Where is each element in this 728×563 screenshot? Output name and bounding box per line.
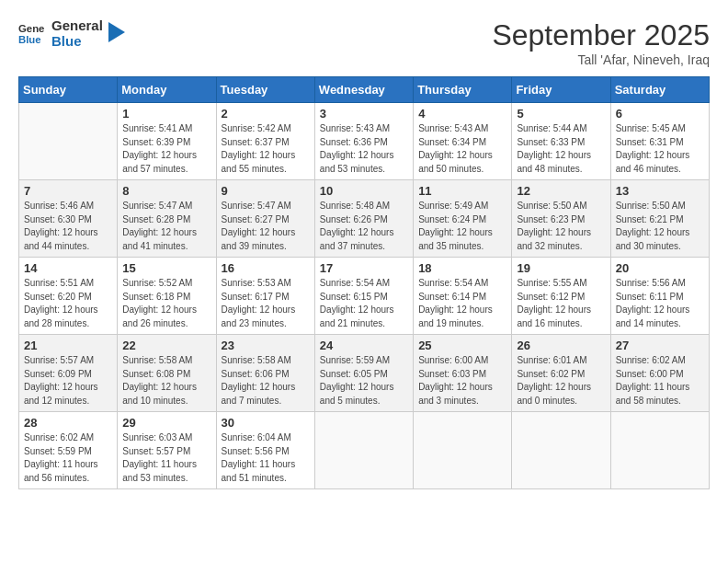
calendar-week-row: 21Sunrise: 5:57 AM Sunset: 6:09 PM Dayli… [19, 335, 710, 412]
calendar-day-cell [414, 412, 512, 489]
day-number: 3 [320, 107, 408, 121]
day-number: 11 [418, 184, 506, 198]
calendar-week-row: 7Sunrise: 5:46 AM Sunset: 6:30 PM Daylig… [19, 180, 710, 258]
weekday-header-row: SundayMondayTuesdayWednesdayThursdayFrid… [19, 77, 710, 103]
calendar-day-cell: 26Sunrise: 6:01 AM Sunset: 6:02 PM Dayli… [512, 335, 610, 412]
day-number: 16 [222, 261, 310, 275]
calendar-day-cell: 13Sunrise: 5:50 AM Sunset: 6:21 PM Dayli… [610, 180, 709, 258]
day-number: 23 [222, 339, 310, 352]
calendar-day-cell [512, 412, 610, 489]
logo-line1: General [51, 18, 103, 34]
calendar-day-cell: 14Sunrise: 5:51 AM Sunset: 6:20 PM Dayli… [19, 258, 118, 335]
calendar-day-cell: 8Sunrise: 5:47 AM Sunset: 6:28 PM Daylig… [118, 180, 216, 258]
day-info: Sunrise: 5:59 AM Sunset: 6:05 PM Dayligh… [320, 354, 408, 408]
day-info: Sunrise: 5:43 AM Sunset: 6:36 PM Dayligh… [320, 122, 408, 176]
day-info: Sunrise: 6:03 AM Sunset: 5:57 PM Dayligh… [122, 431, 210, 485]
calendar-day-cell: 19Sunrise: 5:55 AM Sunset: 6:12 PM Dayli… [512, 258, 610, 335]
day-info: Sunrise: 5:58 AM Sunset: 6:06 PM Dayligh… [222, 354, 310, 408]
day-info: Sunrise: 5:58 AM Sunset: 6:08 PM Dayligh… [122, 354, 210, 408]
day-number: 10 [320, 184, 408, 198]
day-info: Sunrise: 5:53 AM Sunset: 6:17 PM Dayligh… [222, 277, 310, 330]
day-info: Sunrise: 5:52 AM Sunset: 6:18 PM Dayligh… [122, 277, 210, 330]
weekday-header-saturday: Saturday [610, 77, 709, 103]
calendar-day-cell: 12Sunrise: 5:50 AM Sunset: 6:23 PM Dayli… [512, 180, 610, 258]
day-number: 8 [122, 184, 210, 198]
day-info: Sunrise: 5:54 AM Sunset: 6:14 PM Dayligh… [418, 277, 506, 330]
calendar-day-cell: 22Sunrise: 5:58 AM Sunset: 6:08 PM Dayli… [118, 335, 216, 412]
day-number: 20 [616, 261, 704, 275]
day-number: 5 [517, 107, 605, 121]
calendar-day-cell: 17Sunrise: 5:54 AM Sunset: 6:15 PM Dayli… [314, 258, 413, 335]
calendar-week-row: 14Sunrise: 5:51 AM Sunset: 6:20 PM Dayli… [19, 258, 710, 335]
weekday-header-tuesday: Tuesday [216, 77, 314, 103]
day-info: Sunrise: 5:50 AM Sunset: 6:23 PM Dayligh… [517, 200, 605, 253]
calendar-day-cell: 30Sunrise: 6:04 AM Sunset: 5:56 PM Dayli… [216, 412, 314, 489]
calendar-day-cell: 20Sunrise: 5:56 AM Sunset: 6:11 PM Dayli… [610, 258, 709, 335]
day-info: Sunrise: 5:47 AM Sunset: 6:27 PM Dayligh… [222, 200, 310, 253]
day-info: Sunrise: 5:57 AM Sunset: 6:09 PM Dayligh… [24, 354, 112, 408]
calendar-day-cell: 21Sunrise: 5:57 AM Sunset: 6:09 PM Dayli… [19, 335, 118, 412]
calendar-day-cell [610, 412, 709, 489]
calendar-day-cell: 16Sunrise: 5:53 AM Sunset: 6:17 PM Dayli… [216, 258, 314, 335]
day-info: Sunrise: 5:49 AM Sunset: 6:24 PM Dayligh… [418, 200, 506, 253]
day-number: 28 [24, 416, 112, 430]
day-info: Sunrise: 5:45 AM Sunset: 6:31 PM Dayligh… [616, 122, 704, 176]
logo-arrow-icon [108, 22, 125, 42]
day-info: Sunrise: 6:02 AM Sunset: 5:59 PM Dayligh… [24, 431, 112, 485]
day-number: 26 [517, 339, 605, 352]
logo-line2: Blue [51, 34, 103, 50]
day-info: Sunrise: 6:01 AM Sunset: 6:02 PM Dayligh… [517, 354, 605, 408]
calendar-day-cell: 3Sunrise: 5:43 AM Sunset: 6:36 PM Daylig… [314, 103, 413, 180]
calendar-day-cell: 10Sunrise: 5:48 AM Sunset: 6:26 PM Dayli… [314, 180, 413, 258]
day-number: 19 [517, 261, 605, 275]
svg-marker-3 [108, 22, 125, 42]
calendar-day-cell: 2Sunrise: 5:42 AM Sunset: 6:37 PM Daylig… [216, 103, 314, 180]
day-number: 9 [222, 184, 310, 198]
day-number: 12 [517, 184, 605, 198]
day-info: Sunrise: 6:00 AM Sunset: 6:03 PM Dayligh… [418, 354, 506, 408]
day-info: Sunrise: 5:42 AM Sunset: 6:37 PM Dayligh… [222, 122, 310, 176]
calendar-day-cell: 6Sunrise: 5:45 AM Sunset: 6:31 PM Daylig… [610, 103, 709, 180]
day-info: Sunrise: 5:47 AM Sunset: 6:28 PM Dayligh… [122, 200, 210, 253]
day-number: 1 [122, 107, 210, 121]
calendar-day-cell: 18Sunrise: 5:54 AM Sunset: 6:14 PM Dayli… [414, 258, 512, 335]
weekday-header-wednesday: Wednesday [314, 77, 413, 103]
calendar-day-cell: 15Sunrise: 5:52 AM Sunset: 6:18 PM Dayli… [118, 258, 216, 335]
calendar-day-cell: 7Sunrise: 5:46 AM Sunset: 6:30 PM Daylig… [19, 180, 118, 258]
day-number: 4 [418, 107, 506, 121]
calendar-day-cell [314, 412, 413, 489]
calendar-day-cell: 23Sunrise: 5:58 AM Sunset: 6:06 PM Dayli… [216, 335, 314, 412]
calendar-day-cell: 5Sunrise: 5:44 AM Sunset: 6:33 PM Daylig… [512, 103, 610, 180]
calendar-day-cell: 24Sunrise: 5:59 AM Sunset: 6:05 PM Dayli… [314, 335, 413, 412]
day-info: Sunrise: 5:54 AM Sunset: 6:15 PM Dayligh… [320, 277, 408, 330]
logo-icon: General Blue [18, 21, 44, 47]
calendar-day-cell: 29Sunrise: 6:03 AM Sunset: 5:57 PM Dayli… [118, 412, 216, 489]
day-number: 14 [24, 261, 112, 275]
svg-text:Blue: Blue [18, 33, 41, 44]
day-info: Sunrise: 5:41 AM Sunset: 6:39 PM Dayligh… [122, 122, 210, 176]
day-info: Sunrise: 5:56 AM Sunset: 6:11 PM Dayligh… [616, 277, 704, 330]
logo: General Blue General Blue [18, 18, 125, 49]
page-header: General Blue General Blue September 2025… [18, 18, 710, 67]
calendar-day-cell: 27Sunrise: 6:02 AM Sunset: 6:00 PM Dayli… [610, 335, 709, 412]
day-number: 24 [320, 339, 408, 352]
day-number: 17 [320, 261, 408, 275]
calendar-week-row: 1Sunrise: 5:41 AM Sunset: 6:39 PM Daylig… [19, 103, 710, 180]
month-title: September 2025 [492, 18, 710, 52]
calendar-day-cell: 4Sunrise: 5:43 AM Sunset: 6:34 PM Daylig… [414, 103, 512, 180]
day-number: 30 [222, 416, 310, 430]
day-info: Sunrise: 5:44 AM Sunset: 6:33 PM Dayligh… [517, 122, 605, 176]
svg-text:General: General [18, 23, 44, 34]
day-number: 7 [24, 184, 112, 198]
calendar-day-cell: 1Sunrise: 5:41 AM Sunset: 6:39 PM Daylig… [118, 103, 216, 180]
day-info: Sunrise: 5:43 AM Sunset: 6:34 PM Dayligh… [418, 122, 506, 176]
day-info: Sunrise: 6:02 AM Sunset: 6:00 PM Dayligh… [616, 354, 704, 408]
day-info: Sunrise: 5:50 AM Sunset: 6:21 PM Dayligh… [616, 200, 704, 253]
day-number: 25 [418, 339, 506, 352]
calendar-day-cell: 11Sunrise: 5:49 AM Sunset: 6:24 PM Dayli… [414, 180, 512, 258]
calendar-day-cell: 25Sunrise: 6:00 AM Sunset: 6:03 PM Dayli… [414, 335, 512, 412]
calendar-week-row: 28Sunrise: 6:02 AM Sunset: 5:59 PM Dayli… [19, 412, 710, 489]
day-info: Sunrise: 5:51 AM Sunset: 6:20 PM Dayligh… [24, 277, 112, 330]
weekday-header-sunday: Sunday [19, 77, 118, 103]
calendar-day-cell [19, 103, 118, 180]
